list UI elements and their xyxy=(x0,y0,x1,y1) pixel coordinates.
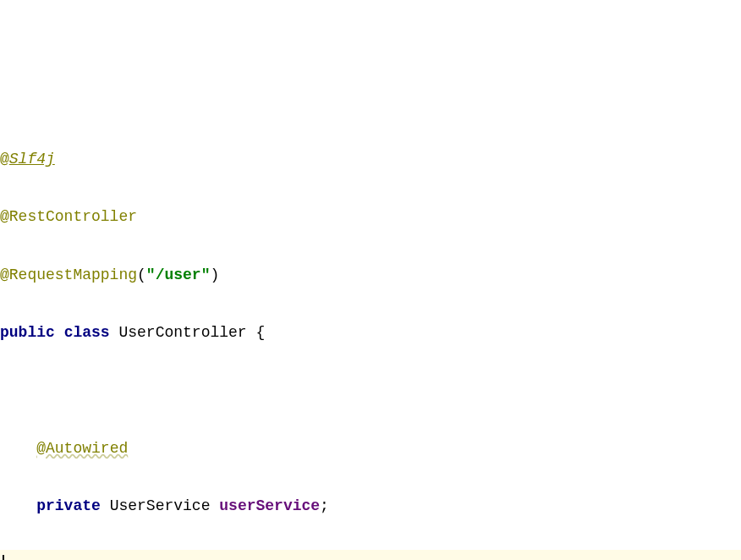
code-line: @Autowired xyxy=(0,434,741,463)
class-name: UserController xyxy=(110,324,256,341)
string-user-path: "/user" xyxy=(146,266,211,283)
annotation: @ xyxy=(0,151,9,167)
code-line xyxy=(0,376,741,404)
annotation-requestmapping: @RequestMapping xyxy=(0,266,137,283)
keyword-class: class xyxy=(64,324,110,341)
field-userservice: userService xyxy=(219,497,320,514)
annotation-autowired: @Autowired xyxy=(36,440,128,457)
code-line: public class UserController { xyxy=(0,318,741,347)
annotation-restcontroller: @RestController xyxy=(0,208,137,225)
cursor-line[interactable] xyxy=(0,550,741,560)
keyword-private: private xyxy=(36,497,101,514)
code-line: @RestController xyxy=(0,202,741,231)
code-line: @Slf4j xyxy=(0,145,741,173)
keyword-public: public xyxy=(0,324,55,341)
code-editor: @Slf4j @RestController @RequestMapping("… xyxy=(0,116,741,560)
annotation-slf4j: Slf4j xyxy=(9,151,55,167)
code-line: @RequestMapping("/user") xyxy=(0,261,741,289)
code-line: private UserService userService; xyxy=(0,491,741,520)
text-cursor xyxy=(3,555,4,560)
